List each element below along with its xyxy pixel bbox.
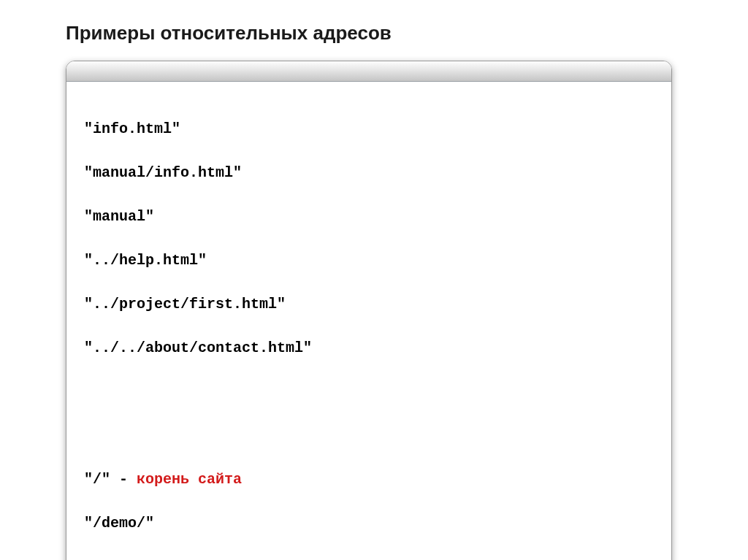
code-line (84, 425, 654, 447)
code-line: "info.html" (84, 118, 654, 140)
code-line: "/images/pic.gif" (84, 556, 654, 560)
code-text: "/" - (84, 471, 137, 488)
code-line: "../help.html" (84, 250, 654, 272)
code-line: "/" - корень сайта (84, 469, 654, 491)
code-highlight: корень сайта (137, 471, 242, 488)
code-line (84, 381, 654, 403)
page-title: Примеры относительных адресов (66, 22, 682, 45)
code-body: "info.html" "manual/info.html" "manual" … (66, 82, 671, 560)
code-line: "/demo/" (84, 513, 654, 534)
code-panel: "info.html" "manual/info.html" "manual" … (66, 61, 672, 560)
code-line: "manual" (84, 206, 654, 228)
code-line: "../project/first.html" (84, 294, 654, 315)
panel-header (66, 61, 671, 82)
code-line: "../../about/contact.html" (84, 337, 654, 359)
code-line: "manual/info.html" (84, 162, 654, 184)
